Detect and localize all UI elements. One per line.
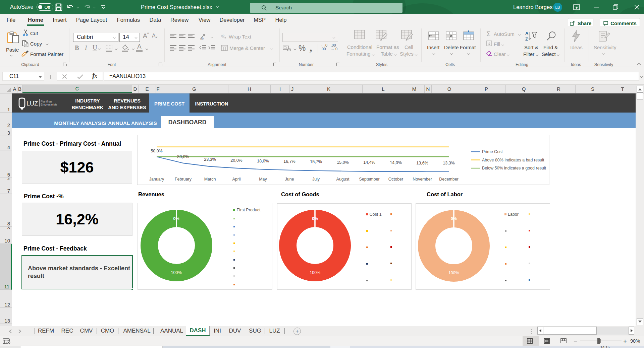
svg-text:LUZ: LUZ <box>26 100 38 107</box>
svg-text:ab: ab <box>221 34 224 37</box>
svg-text:Planilhas: Planilhas <box>41 100 52 103</box>
svg-text:Z: Z <box>525 37 528 42</box>
svg-text:A: A <box>525 31 529 36</box>
svg-text:Empresariais: Empresariais <box>41 103 57 106</box>
svg-text:ab: ab <box>200 37 204 40</box>
